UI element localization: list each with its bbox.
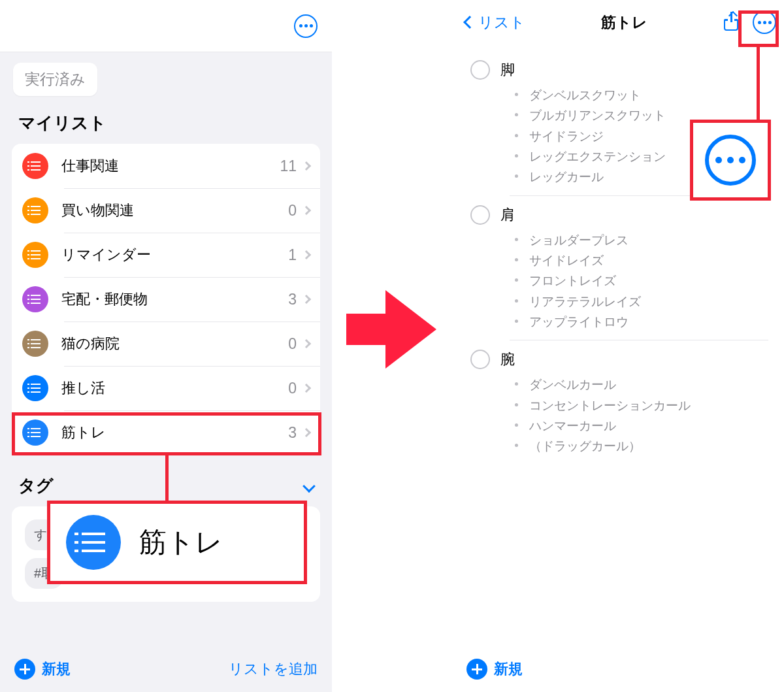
- section-tags: タグ: [18, 474, 54, 497]
- mylists-card: 仕事関連 11 買い物関連 0 リマインダー 1 宅配・郵便物 3: [12, 144, 320, 455]
- left-header: [0, 0, 332, 52]
- list-row[interactable]: 宅配・郵便物 3: [12, 277, 320, 321]
- list-row[interactable]: 仕事関連 11: [12, 144, 320, 188]
- chevron-right-icon: [302, 384, 311, 393]
- right-header: リスト 筋トレ: [452, 0, 784, 44]
- new-reminder-button[interactable]: 新規: [14, 659, 71, 680]
- annotation-zoom: 筋トレ: [47, 501, 307, 584]
- chevron-right-icon: [302, 295, 311, 304]
- list-row[interactable]: 買い物関連 0: [12, 188, 320, 233]
- gap: [332, 0, 452, 692]
- list-icon: [66, 515, 121, 570]
- reminder-detail-pane: リスト 筋トレ 脚 ダンベルスクワット ブルガリアンスクワット サイドランジ: [452, 0, 784, 692]
- list-icon: [22, 242, 48, 268]
- chevron-right-icon: [302, 339, 311, 348]
- chevron-right-icon: [302, 206, 311, 215]
- list-count: 11: [280, 157, 297, 175]
- reminder-notes: ダンベルカール コンセントレーションカール ハンマーカール （ドラッグカール）: [470, 374, 768, 464]
- completion-circle-icon[interactable]: [470, 350, 490, 369]
- share-icon[interactable]: [723, 13, 740, 31]
- plus-icon: [466, 659, 487, 680]
- reminder-item[interactable]: 肩: [470, 205, 768, 225]
- list-name: 推し活: [61, 378, 288, 398]
- section-mylists: マイリスト: [0, 96, 332, 144]
- list-row[interactable]: 推し活 0: [12, 366, 320, 410]
- list-icon: [22, 153, 48, 179]
- reminder-group: 肩 ショルダープレス サイドレイズ フロントレイズ リアラテラルレイズ アップラ…: [470, 205, 768, 341]
- annotation-zoom-more: [690, 120, 771, 201]
- list-count: 1: [288, 246, 297, 264]
- chevron-left-icon: [463, 16, 476, 29]
- new-reminder-button[interactable]: 新規: [466, 659, 523, 680]
- list-row-muscle[interactable]: 筋トレ 3: [12, 410, 320, 455]
- divider: [510, 340, 768, 340]
- detail-content: 脚 ダンベルスクワット ブルガリアンスクワット サイドランジ レッグエクステンシ…: [452, 44, 784, 471]
- more-icon[interactable]: [294, 14, 318, 38]
- list-count: 3: [288, 424, 297, 442]
- list-name: 仕事関連: [61, 156, 280, 176]
- list-name: 買い物関連: [61, 201, 288, 220]
- completion-circle-icon[interactable]: [470, 60, 490, 80]
- reminders-list-pane: 実行済み マイリスト 仕事関連 11 買い物関連 0 リマインダー 1: [0, 0, 332, 692]
- left-footer: 新規 リストを追加: [0, 646, 332, 692]
- list-icon: [22, 286, 48, 312]
- list-count: 0: [288, 380, 297, 397]
- list-count: 3: [288, 291, 297, 308]
- chevron-right-icon: [302, 161, 311, 171]
- more-icon[interactable]: [753, 10, 776, 34]
- reminder-notes: ショルダープレス サイドレイズ フロントレイズ リアラテラルレイズ アップライト…: [470, 230, 768, 340]
- chevron-right-icon: [302, 250, 311, 259]
- list-row[interactable]: 猫の病院 0: [12, 321, 320, 366]
- right-footer: 新規: [452, 646, 784, 692]
- list-row[interactable]: リマインダー 1: [12, 233, 320, 277]
- reminder-group: 腕 ダンベルカール コンセントレーションカール ハンマーカール （ドラッグカール…: [470, 350, 768, 464]
- smart-list-done[interactable]: 実行済み: [13, 63, 97, 96]
- plus-icon: [14, 659, 35, 680]
- chevron-down-icon: [302, 480, 316, 493]
- back-button[interactable]: リスト: [460, 12, 525, 33]
- list-icon: [22, 375, 48, 401]
- list-name: 猫の病院: [61, 334, 288, 354]
- section-tags-header[interactable]: タグ: [0, 455, 332, 506]
- list-name: リマインダー: [61, 245, 288, 265]
- page-title: 筋トレ: [525, 12, 723, 33]
- list-name: 筋トレ: [61, 423, 288, 442]
- reminder-item[interactable]: 腕: [470, 350, 768, 369]
- list-icon: [22, 331, 48, 357]
- add-list-button[interactable]: リストを追加: [229, 659, 318, 679]
- chevron-right-icon: [302, 428, 311, 437]
- reminder-item[interactable]: 脚: [470, 60, 768, 80]
- list-count: 0: [288, 335, 297, 353]
- list-icon: [22, 197, 48, 223]
- completion-circle-icon[interactable]: [470, 205, 490, 225]
- list-icon: [22, 420, 48, 446]
- more-icon: [705, 135, 756, 186]
- list-count: 0: [288, 202, 297, 220]
- list-name: 宅配・郵便物: [61, 289, 288, 309]
